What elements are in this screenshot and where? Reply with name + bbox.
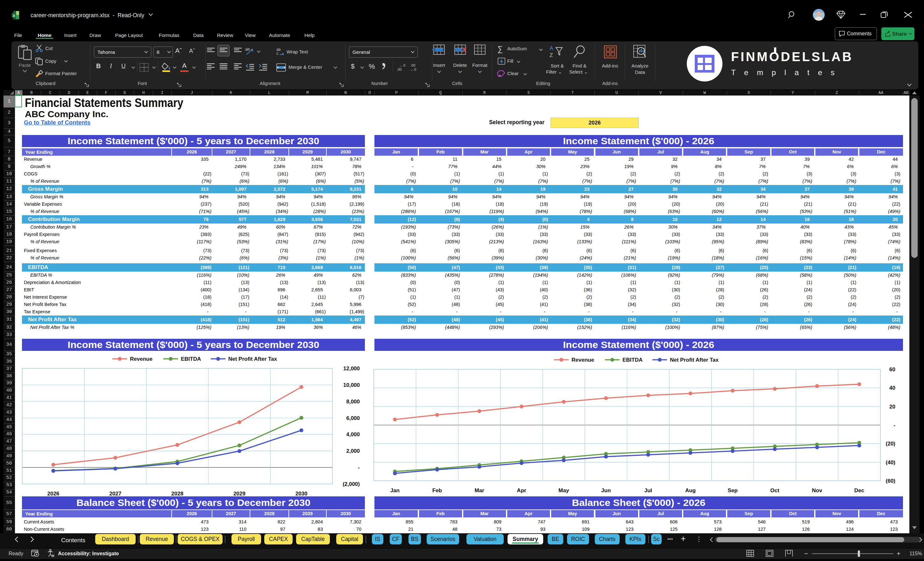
svg-text:Mar: Mar [474,488,484,494]
svg-text:Net Profit After Tax: Net Profit After Tax [670,357,719,363]
svg-text:Net Profit After Tax: Net Profit After Tax [228,356,278,362]
svg-text:2027: 2027 [109,490,121,496]
svg-text:8,000: 8,000 [346,399,360,405]
svg-text:2030: 2030 [296,490,308,496]
svg-text:Aug: Aug [685,488,696,494]
svg-text:Jan: Jan [390,488,400,494]
svg-text:-: - [893,422,896,428]
svg-text:Apr: Apr [517,488,526,494]
svg-text:Sep: Sep [728,488,737,494]
svg-text:(20): (20) [886,441,896,447]
svg-text:2026: 2026 [47,490,59,496]
svg-text:-: - [358,465,360,471]
svg-text:2028: 2028 [171,490,183,496]
svg-text:Revenue: Revenue [572,357,594,363]
svg-text:2,000: 2,000 [346,448,360,454]
svg-text:Revenue: Revenue [130,356,153,362]
svg-text:Jul: Jul [645,488,652,494]
svg-text:2029: 2029 [233,490,246,496]
svg-text:May: May [558,488,569,494]
svg-text:20: 20 [889,404,896,410]
svg-text:Jun: Jun [601,488,611,494]
svg-text:(60): (60) [886,478,896,484]
svg-text:Nov: Nov [812,488,822,494]
svg-text:12,000: 12,000 [343,366,360,372]
svg-text:EBITDA: EBITDA [622,357,642,363]
svg-text:60: 60 [889,366,896,372]
svg-text:Feb: Feb [432,488,442,494]
svg-text:6,000: 6,000 [346,415,360,421]
svg-text:Dec: Dec [854,488,864,494]
svg-text:4,000: 4,000 [346,431,360,438]
svg-text:(40): (40) [886,459,896,465]
svg-text:EBITDA: EBITDA [181,356,201,362]
svg-text:40: 40 [889,385,896,391]
svg-text:10,000: 10,000 [343,382,360,388]
svg-text:Oct: Oct [770,488,780,494]
svg-text:(2,000): (2,000) [343,481,360,487]
